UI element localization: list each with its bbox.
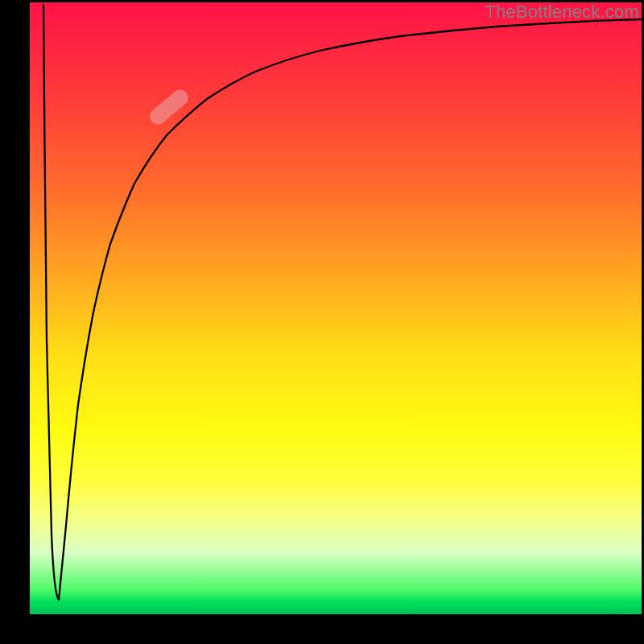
curve-layer: [30, 2, 642, 614]
spike-path: [43, 5, 59, 600]
chart-frame: TheBottleneck.com: [0, 0, 644, 644]
watermark-text: TheBottleneck.com: [485, 2, 639, 23]
svg-rect-0: [147, 86, 192, 127]
highlight-pill: [147, 86, 192, 127]
main-curve-path: [59, 19, 642, 600]
